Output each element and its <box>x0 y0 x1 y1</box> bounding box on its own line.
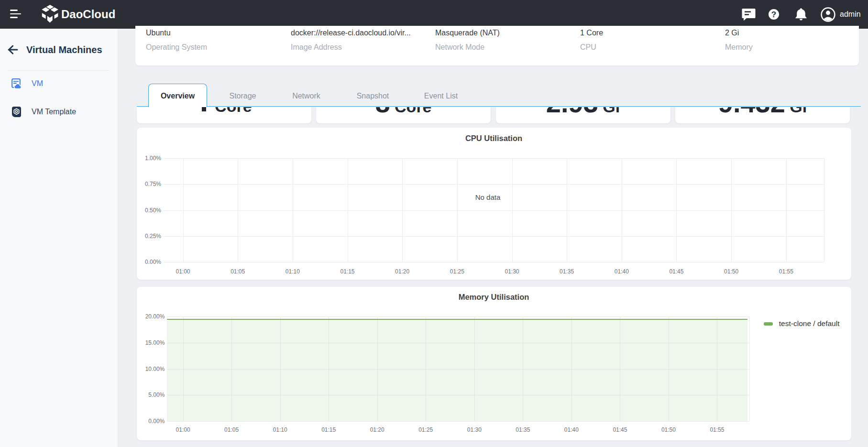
svg-text:?: ? <box>771 10 776 19</box>
